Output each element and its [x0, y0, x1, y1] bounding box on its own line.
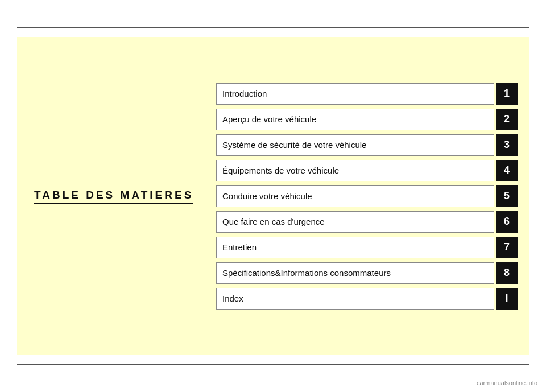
toc-row[interactable]: Aperçu de votre véhicule2	[216, 109, 518, 130]
toc-item-label: Conduire votre véhicule	[216, 185, 494, 207]
toc-row[interactable]: Spécifications&Informations consommateur…	[216, 262, 518, 284]
toc-item-number: 6	[496, 211, 518, 233]
toc-item-label: Aperçu de votre véhicule	[216, 109, 494, 130]
toc-row[interactable]: Que faire en cas d'urgence6	[216, 211, 518, 233]
toc-row[interactable]: Système de sécurité de votre véhicule3	[216, 134, 518, 156]
left-panel: TABLE DES MATIERES	[17, 189, 210, 204]
toc-item-number: 1	[496, 83, 518, 105]
toc-item-label: Index	[216, 288, 494, 310]
toc-item-label: Introduction	[216, 83, 494, 105]
toc-item-number: 4	[496, 160, 518, 181]
toc-item-number: 2	[496, 109, 518, 130]
table-of-contents-title: TABLE DES MATIERES	[34, 189, 193, 204]
toc-item-label: Que faire en cas d'urgence	[216, 211, 494, 233]
toc-row[interactable]: Introduction1	[216, 83, 518, 105]
toc-row[interactable]: Entretien7	[216, 237, 518, 258]
toc-item-number: 5	[496, 185, 518, 207]
toc-list: Introduction1Aperçu de votre véhicule2Sy…	[210, 72, 529, 321]
toc-item-label: Système de sécurité de votre véhicule	[216, 134, 494, 156]
toc-row[interactable]: Conduire votre véhicule5	[216, 185, 518, 207]
toc-item-label: Entretien	[216, 237, 494, 258]
toc-item-label: Équipements de votre véhicule	[216, 160, 494, 181]
toc-item-number: 7	[496, 237, 518, 258]
bottom-divider	[17, 364, 529, 365]
toc-item-label: Spécifications&Informations consommateur…	[216, 262, 494, 284]
toc-item-number: 3	[496, 134, 518, 156]
toc-row[interactable]: Équipements de votre véhicule4	[216, 160, 518, 181]
toc-row[interactable]: IndexI	[216, 288, 518, 310]
toc-item-number: I	[496, 288, 518, 310]
toc-item-number: 8	[496, 262, 518, 284]
main-content-area: TABLE DES MATIERES Introduction1Aperçu d…	[17, 37, 529, 355]
watermark: carmanualsonline.info	[477, 379, 537, 386]
top-divider	[17, 27, 529, 28]
